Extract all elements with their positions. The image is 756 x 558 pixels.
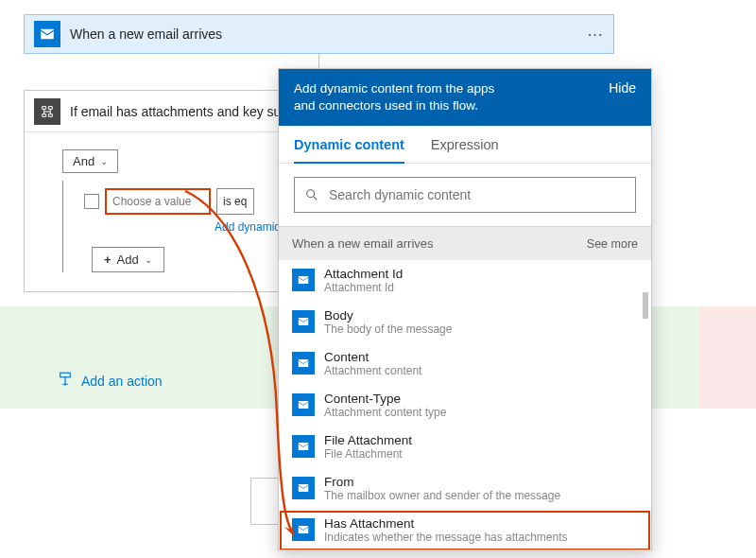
outlook-icon bbox=[292, 269, 315, 291]
svg-rect-7 bbox=[299, 443, 309, 450]
group-header: When a new email arrives See more bbox=[279, 226, 651, 260]
item-title: Has Attachment bbox=[324, 516, 567, 531]
svg-rect-9 bbox=[299, 526, 309, 533]
hide-link[interactable]: Hide bbox=[609, 80, 636, 96]
item-title: Attachment Id bbox=[324, 267, 403, 281]
outlook-icon bbox=[292, 477, 315, 499]
search-icon bbox=[304, 187, 319, 202]
control-icon bbox=[34, 98, 60, 125]
dynamic-content-item[interactable]: FromThe mailbox owner and sender of the … bbox=[279, 468, 651, 510]
svg-rect-5 bbox=[299, 359, 309, 367]
svg-rect-3 bbox=[299, 276, 309, 284]
outlook-icon bbox=[292, 435, 315, 458]
outlook-icon bbox=[292, 518, 315, 541]
outlook-icon bbox=[292, 310, 315, 333]
outlook-icon bbox=[292, 393, 315, 416]
logic-operator-dropdown[interactable]: And ⌄ bbox=[62, 149, 118, 173]
item-title: File Attachment bbox=[324, 433, 412, 447]
svg-rect-8 bbox=[299, 484, 309, 492]
add-condition-button[interactable]: + Add ⌄ bbox=[92, 247, 164, 272]
condition-row-checkbox[interactable] bbox=[84, 194, 99, 209]
choose-value-input[interactable] bbox=[105, 188, 211, 215]
popover-heading-line1: Add dynamic content from the apps bbox=[294, 80, 599, 97]
dynamic-content-list: Attachment IdAttachment IdBodyThe body o… bbox=[279, 260, 651, 549]
trigger-title: When a new email arrives bbox=[70, 26, 578, 42]
logic-operator-label: And bbox=[73, 154, 94, 168]
add-condition-label: Add bbox=[117, 253, 139, 267]
comparison-operator-label: is eq bbox=[223, 195, 247, 208]
item-desc: The body of the message bbox=[324, 323, 452, 337]
add-action-icon bbox=[57, 371, 74, 391]
dynamic-content-item[interactable]: File AttachmentFile Attachment bbox=[279, 427, 651, 468]
svg-rect-1 bbox=[60, 373, 71, 377]
popover-tabs: Dynamic content Expression bbox=[279, 126, 651, 164]
dynamic-content-item[interactable]: BodyThe body of the message bbox=[279, 302, 651, 343]
item-desc: Attachment content bbox=[324, 364, 421, 378]
popover-header: Add dynamic content from the apps and co… bbox=[279, 69, 651, 126]
add-action-label: Add an action bbox=[81, 374, 163, 389]
trigger-card[interactable]: When a new email arrives ··· bbox=[24, 14, 614, 54]
dynamic-content-item[interactable]: Content-TypeAttachment content type bbox=[279, 385, 651, 427]
dynamic-content-item[interactable]: Has AttachmentIndicates whether the mess… bbox=[279, 510, 651, 549]
plus-icon: + bbox=[104, 253, 112, 267]
item-title: From bbox=[324, 475, 560, 489]
svg-point-2 bbox=[307, 190, 315, 198]
see-more-link[interactable]: See more bbox=[587, 237, 638, 251]
search-box[interactable] bbox=[294, 177, 636, 213]
item-desc: Indicates whether the message has attach… bbox=[324, 531, 567, 545]
comparison-operator-select[interactable]: is eq bbox=[216, 188, 254, 215]
item-title: Body bbox=[324, 308, 452, 323]
dynamic-content-item[interactable]: ContentAttachment content bbox=[279, 343, 651, 385]
search-input[interactable] bbox=[329, 187, 626, 202]
tab-dynamic-content[interactable]: Dynamic content bbox=[294, 126, 404, 164]
trigger-more-icon[interactable]: ··· bbox=[588, 27, 604, 42]
item-desc: Attachment Id bbox=[324, 281, 403, 295]
add-action-button[interactable]: Add an action bbox=[57, 371, 163, 391]
item-desc: The mailbox owner and sender of the mess… bbox=[324, 489, 560, 503]
group-title: When a new email arrives bbox=[292, 236, 434, 251]
item-title: Content-Type bbox=[324, 392, 446, 406]
item-desc: File Attachment bbox=[324, 447, 412, 462]
item-title: Content bbox=[324, 350, 421, 364]
scrollbar-thumb[interactable] bbox=[643, 292, 648, 319]
if-no-band bbox=[699, 306, 756, 409]
chevron-down-icon: ⌄ bbox=[100, 156, 108, 166]
outlook-icon bbox=[34, 21, 60, 47]
svg-rect-4 bbox=[299, 318, 309, 325]
popover-heading-line2: and connectors used in this flow. bbox=[294, 97, 599, 114]
chevron-down-icon: ⌄ bbox=[145, 254, 152, 265]
outlook-icon bbox=[292, 352, 315, 375]
item-desc: Attachment content type bbox=[324, 406, 446, 420]
tab-expression[interactable]: Expression bbox=[431, 126, 499, 163]
dynamic-content-popover: Add dynamic content from the apps and co… bbox=[278, 68, 652, 550]
svg-rect-6 bbox=[299, 401, 309, 409]
dynamic-content-item[interactable]: Attachment IdAttachment Id bbox=[279, 260, 651, 302]
svg-rect-0 bbox=[41, 29, 54, 40]
